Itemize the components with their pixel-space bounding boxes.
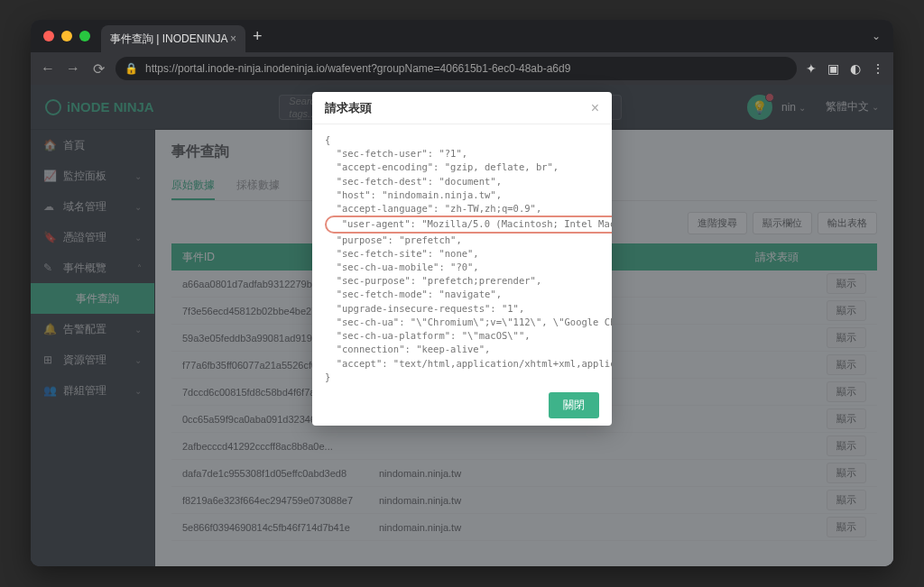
close-window-button[interactable]: [43, 31, 54, 41]
close-tab-icon[interactable]: ×: [230, 32, 236, 45]
request-headers-modal: 請求表頭 × { "sec-fetch-user": "?1", "accept…: [312, 92, 612, 426]
minimize-window-button[interactable]: [61, 31, 72, 41]
forward-button[interactable]: →: [65, 60, 81, 77]
browser-tab[interactable]: 事件查詢 | INODENINJA ×: [101, 25, 245, 52]
window-controls: [38, 31, 90, 41]
url-input[interactable]: 🔒 https://portal.inode-ninja.inodeninja.…: [116, 57, 797, 80]
reload-button[interactable]: ⟳: [90, 60, 106, 78]
tab-title: 事件查詢 | INODENINJA: [110, 32, 227, 47]
modal-overlay[interactable]: 請求表頭 × { "sec-fetch-user": "?1", "accept…: [31, 85, 893, 566]
url-text: https://portal.inode-ninja.inodeninja.io…: [145, 62, 570, 75]
modal-title: 請求表頭: [325, 100, 372, 116]
maximize-window-button[interactable]: [79, 31, 90, 41]
lock-icon: 🔒: [125, 62, 138, 75]
browser-url-bar: ← → ⟳ 🔒 https://portal.inode-ninja.inode…: [31, 52, 893, 85]
extensions-icon[interactable]: ✦: [806, 61, 817, 76]
profile-icon[interactable]: ◐: [850, 61, 861, 76]
back-button[interactable]: ←: [40, 60, 56, 77]
panel-icon[interactable]: ▣: [827, 61, 839, 76]
headers-code-block: { "sec-fetch-user": "?1", "accept-encodi…: [325, 133, 599, 384]
highlighted-line: "user-agent": "Mozilla/5.0 (Macintosh; I…: [325, 216, 612, 233]
tabs-overflow-icon[interactable]: ⌄: [872, 30, 886, 42]
close-button[interactable]: 關閉: [549, 392, 599, 418]
close-icon[interactable]: ×: [591, 100, 599, 116]
menu-icon[interactable]: ⋮: [872, 61, 884, 76]
browser-tab-bar: 事件查詢 | INODENINJA × + ⌄: [31, 20, 893, 52]
new-tab-button[interactable]: +: [253, 27, 263, 46]
